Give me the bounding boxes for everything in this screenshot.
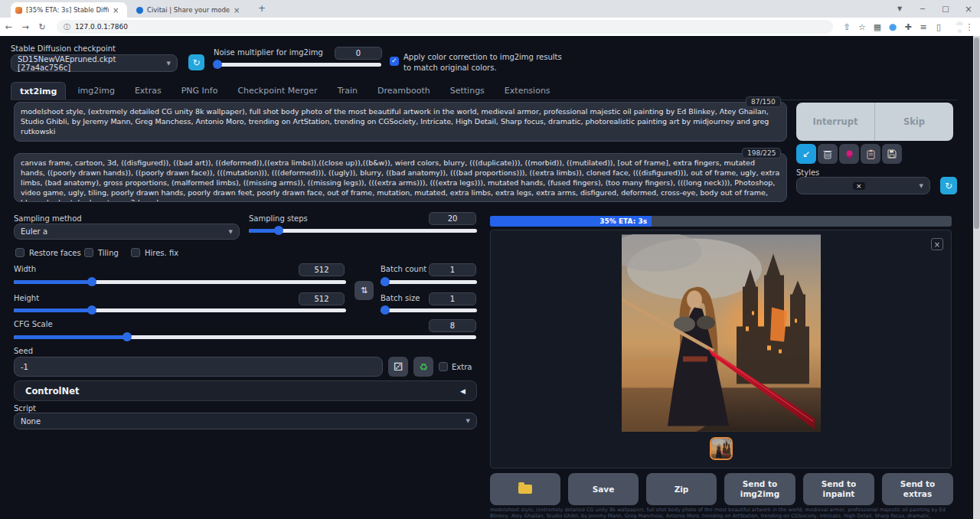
bookmark-star-icon[interactable]: ☆ [854,22,870,32]
script-value: None [21,417,41,426]
noise-multiplier-value[interactable]: 0 [335,47,382,60]
batch-count-slider[interactable] [381,277,477,286]
noise-multiplier-slider[interactable] [214,60,381,69]
prompt-input[interactable]: modelshoot style, (extremely detailed CG… [14,102,787,142]
reading-list-icon[interactable]: ≡ [916,22,931,32]
zip-button[interactable]: Zip [646,473,717,505]
seed-input[interactable] [14,357,383,377]
forward-icon[interactable]: → [17,22,34,32]
apply-styles-button[interactable] [861,144,880,164]
skip-button[interactable]: Skip [875,103,953,141]
window-close-icon[interactable]: × [957,0,980,18]
window-minimize-icon[interactable]: − [911,0,934,18]
sampling-steps-value[interactable]: 20 [429,212,476,225]
sampling-method-dropdown[interactable]: Euler a ▼ [14,224,240,240]
swap-dimensions-button[interactable]: ⇅ [354,281,374,300]
checkpoint-refresh-button[interactable]: ↻ [188,54,204,70]
extra-networks-button[interactable] [839,144,859,164]
address-bar[interactable]: ⓘ 127.0.0.1:7860 [57,20,833,34]
batch-size-slider[interactable] [381,305,477,315]
tab-checkpoint-merger[interactable]: Checkpoint Merger [229,82,325,100]
main-tabs: txt2img img2img Extras PNG Info Checkpoi… [11,82,958,100]
browser-menu-icon[interactable]: ⋮ [962,22,977,32]
tab-train[interactable]: Train [329,82,366,100]
browser-tab-title: [35% ETA: 3s] Stable Diffusion [26,6,109,14]
controlnet-label: ControlNet [25,386,79,397]
tab-txt2img[interactable]: txt2img [11,82,66,100]
browser-tab-stable-diffusion[interactable]: [35% ETA: 3s] Stable Diffusion × [11,2,127,18]
browser-tab-civitai[interactable]: Civitai | Share your models × [132,2,248,18]
generated-image-preview[interactable] [622,234,821,432]
send-to-inpaint-button[interactable]: Send to inpaint [803,473,874,505]
tab-extensions[interactable]: Extensions [496,82,559,100]
collapse-left-icon: ◀ [460,387,466,395]
height-slider[interactable] [14,305,346,315]
controlnet-accordion[interactable]: ControlNet ◀ [14,380,477,401]
batch-count-value[interactable]: 1 [429,263,476,276]
paste-generation-params-button[interactable]: ↙ [796,144,816,164]
width-value[interactable]: 512 [299,263,345,276]
tab-dreambooth[interactable]: Dreambooth [369,82,439,100]
open-folder-button[interactable] [490,473,560,505]
restore-faces-checkbox[interactable] [15,248,24,257]
styles-dropdown[interactable]: × ▼ [796,177,930,194]
window-chevron-icon[interactable]: ▼ [888,0,911,18]
tab-png-info[interactable]: PNG Info [173,82,227,100]
sampling-steps-label: Sampling steps [249,214,308,223]
extra-seed-checkbox[interactable] [439,362,448,371]
scrollbar-thumb[interactable] [974,38,979,229]
checkpoint-value: SD15NewVAEpruned.ckpt [27a4ac756c] [18,55,162,72]
recycle-icon: ♻ [419,361,428,373]
share-icon[interactable]: ⇧ [839,22,854,32]
extension-blue-icon[interactable]: ● [885,21,900,32]
batch-size-label: Batch size [381,294,420,302]
styles-clear-icon[interactable]: × [853,182,865,190]
tiling-checkbox[interactable] [84,248,93,257]
back-icon[interactable]: ← [0,22,17,32]
page-scrollbar[interactable] [973,36,980,519]
extension-grid-icon[interactable]: ▦ [870,22,885,32]
site-info-icon[interactable]: ⓘ [64,22,70,32]
tab-close-icon[interactable]: × [113,6,119,15]
window-maximize-icon[interactable]: □ [934,0,957,18]
seed-label: Seed [14,347,33,355]
sampling-steps-slider[interactable] [249,226,477,235]
extensions-puzzle-icon[interactable]: ✚ [900,22,916,32]
tab-extras[interactable]: Extras [126,82,170,100]
save-style-button[interactable] [882,144,902,164]
height-value[interactable]: 512 [299,292,345,305]
negative-prompt-input[interactable]: canvas frame, cartoon, 3d, ((disfigured)… [14,153,787,202]
new-tab-button[interactable]: + [256,3,268,15]
chevron-down-icon: ▼ [229,229,233,235]
cfg-scale-slider[interactable] [14,332,476,341]
interrupt-button[interactable]: Interrupt [796,103,875,141]
cfg-scale-value[interactable]: 8 [429,319,476,332]
width-slider[interactable] [14,277,346,286]
save-button[interactable]: Save [568,473,639,505]
gallery-thumbnail-selected[interactable] [710,437,733,460]
send-to-extras-button[interactable]: Send to extras [882,473,953,505]
browser-toolbar: ← → ↻ ⓘ 127.0.0.1:7860 ⇧ ☆ ▦ ● ✚ ≡ ▯ ⋮ [0,18,980,36]
tab-close-icon[interactable]: × [234,6,240,15]
progress-bar-fill: 35% ETA: 3s [490,216,652,227]
hires-fix-checkbox[interactable] [131,248,140,257]
tab-settings[interactable]: Settings [442,82,493,100]
batch-size-value[interactable]: 1 [429,292,476,305]
send-to-img2img-button[interactable]: Send to img2img [724,473,795,505]
stable-diffusion-webui: Stable Diffusion checkpoint SD15NewVAEpr… [0,36,973,519]
checkpoint-label: Stable Diffusion checkpoint [11,44,116,53]
reload-icon[interactable]: ↻ [34,22,51,32]
checkpoint-dropdown[interactable]: SD15NewVAEpruned.ckpt [27a4ac756c] ▼ [11,54,178,72]
gallery-close-icon[interactable]: × [931,238,943,250]
styles-refresh-button[interactable]: ↻ [940,177,957,194]
chevron-down-icon: ▼ [466,418,470,424]
civitai-favicon [136,7,143,14]
random-seed-button[interactable]: ⚂ [388,357,408,377]
script-label: Script [14,404,36,413]
tab-img2img[interactable]: img2img [69,82,123,100]
side-panel-icon[interactable]: ▯ [931,22,946,32]
color-correction-checkbox[interactable] [390,57,399,66]
clear-prompt-button[interactable] [818,144,838,164]
reuse-seed-button[interactable]: ♻ [413,357,433,377]
script-dropdown[interactable]: None ▼ [14,413,477,429]
